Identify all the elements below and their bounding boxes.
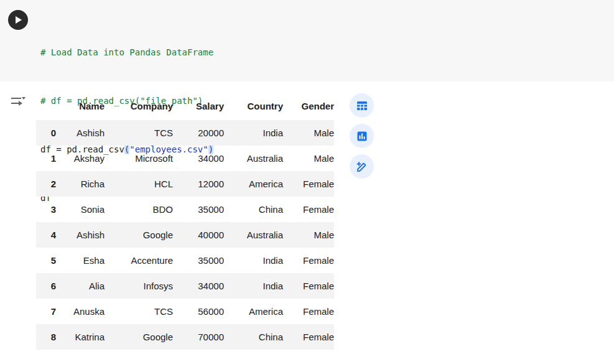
cell-name: Richa bbox=[56, 171, 105, 197]
cell-salary: 12000 bbox=[173, 171, 224, 197]
cell-country: India bbox=[224, 120, 283, 146]
cell-company: Google bbox=[105, 222, 173, 248]
cell-name: Alia bbox=[56, 273, 105, 299]
play-icon bbox=[14, 16, 22, 24]
cell-gender: Female bbox=[283, 299, 334, 324]
cell-company: HCL bbox=[105, 171, 173, 197]
column-header: Gender bbox=[283, 91, 334, 120]
code-line: # Load Data into Pandas DataFrame bbox=[40, 44, 213, 60]
cell-name: Ashish bbox=[56, 222, 105, 248]
index-header bbox=[36, 91, 56, 120]
cell-salary: 40000 bbox=[173, 222, 224, 248]
cell-company: BDO bbox=[105, 197, 173, 222]
row-index: 0 bbox=[36, 120, 56, 146]
cell-salary: 35000 bbox=[173, 197, 224, 222]
row-index: 1 bbox=[36, 146, 56, 171]
code-comment: # Load Data into Pandas DataFrame bbox=[40, 47, 213, 57]
row-index: 3 bbox=[36, 197, 56, 222]
cell-gender: Male bbox=[283, 222, 334, 248]
table-row: 7 Anuska TCS 56000 America Female bbox=[36, 299, 334, 324]
cell-salary: 35000 bbox=[173, 248, 224, 273]
cell-salary: 34000 bbox=[173, 273, 224, 299]
column-header: Country bbox=[224, 91, 283, 120]
cell-name: Ashish bbox=[56, 120, 105, 146]
cell-company: Infosys bbox=[105, 273, 173, 299]
cell-salary: 70000 bbox=[173, 324, 224, 350]
cell-name: Katrina bbox=[56, 324, 105, 350]
cell-salary: 56000 bbox=[173, 299, 224, 324]
cell-name: Akshay bbox=[56, 146, 105, 171]
dataframe-table: Name Company Salary Country Gender 0 Ash… bbox=[36, 91, 334, 350]
cell-country: China bbox=[224, 197, 283, 222]
cell-company: TCS bbox=[105, 299, 173, 324]
cell-gender: Male bbox=[283, 146, 334, 171]
cell-country: China bbox=[224, 324, 283, 350]
cell-company: Google bbox=[105, 324, 173, 350]
generate-code-button[interactable] bbox=[350, 154, 374, 179]
cell-gender: Female bbox=[283, 171, 334, 197]
table-row: 5 Esha Accenture 35000 India Female bbox=[36, 248, 334, 273]
cell-company: Microsoft bbox=[105, 146, 173, 171]
row-index: 4 bbox=[36, 222, 56, 248]
cell-salary: 20000 bbox=[173, 120, 224, 146]
cell-gender: Female bbox=[283, 197, 334, 222]
cell-gender: Female bbox=[283, 324, 334, 350]
column-header: Name bbox=[56, 91, 105, 120]
row-index: 6 bbox=[36, 273, 56, 299]
output-collapse-icon bbox=[9, 93, 27, 110]
table-icon bbox=[356, 100, 368, 112]
cell-country: Australia bbox=[224, 222, 283, 248]
cell-salary: 34000 bbox=[173, 146, 224, 171]
cell-company: TCS bbox=[105, 120, 173, 146]
notebook-page: { "code_cell": { "line1": "# Load Data i… bbox=[0, 0, 614, 364]
cell-country: America bbox=[224, 171, 283, 197]
table-row: 3 Sonia BDO 35000 China Female bbox=[36, 197, 334, 222]
cell-name: Esha bbox=[56, 248, 105, 273]
cell-name: Anuska bbox=[56, 299, 105, 324]
bar-chart-icon bbox=[356, 130, 368, 142]
cell-name: Sonia bbox=[56, 197, 105, 222]
table-header: Name Company Salary Country Gender bbox=[36, 91, 334, 120]
column-header: Company bbox=[105, 91, 173, 120]
table-row: 0 Ashish TCS 20000 India Male bbox=[36, 120, 334, 146]
table-row: 6 Alia Infosys 34000 India Female bbox=[36, 273, 334, 299]
row-index: 7 bbox=[36, 299, 56, 324]
table-row: 2 Richa HCL 12000 America Female bbox=[36, 171, 334, 197]
magic-pencil-icon bbox=[355, 160, 368, 173]
column-header: Salary bbox=[173, 91, 224, 120]
dataframe-toolbar bbox=[350, 93, 374, 179]
cell-country: America bbox=[224, 299, 283, 324]
suggest-charts-button[interactable] bbox=[350, 124, 374, 148]
row-index: 5 bbox=[36, 248, 56, 273]
code-cell: # Load Data into Pandas DataFrame # df =… bbox=[0, 0, 614, 82]
output-toggle-button[interactable] bbox=[6, 91, 30, 112]
table-row: 4 Ashish Google 40000 Australia Male bbox=[36, 222, 334, 248]
row-index: 2 bbox=[36, 171, 56, 197]
cell-company: Accenture bbox=[105, 248, 173, 273]
cell-gender: Female bbox=[283, 248, 334, 273]
run-cell-button[interactable] bbox=[8, 10, 28, 30]
cell-country: Australia bbox=[224, 146, 283, 171]
cell-country: India bbox=[224, 273, 283, 299]
cell-gender: Female bbox=[283, 273, 334, 299]
header-row: Name Company Salary Country Gender bbox=[36, 91, 334, 120]
interactive-table-button[interactable] bbox=[350, 93, 374, 118]
row-index: 8 bbox=[36, 324, 56, 350]
cell-country: India bbox=[224, 248, 283, 273]
table-body: 0 Ashish TCS 20000 India Male 1 Akshay M… bbox=[36, 120, 334, 350]
table-row: 1 Akshay Microsoft 34000 Australia Male bbox=[36, 146, 334, 171]
table-row: 8 Katrina Google 70000 China Female bbox=[36, 324, 334, 350]
cell-gender: Male bbox=[283, 120, 334, 146]
